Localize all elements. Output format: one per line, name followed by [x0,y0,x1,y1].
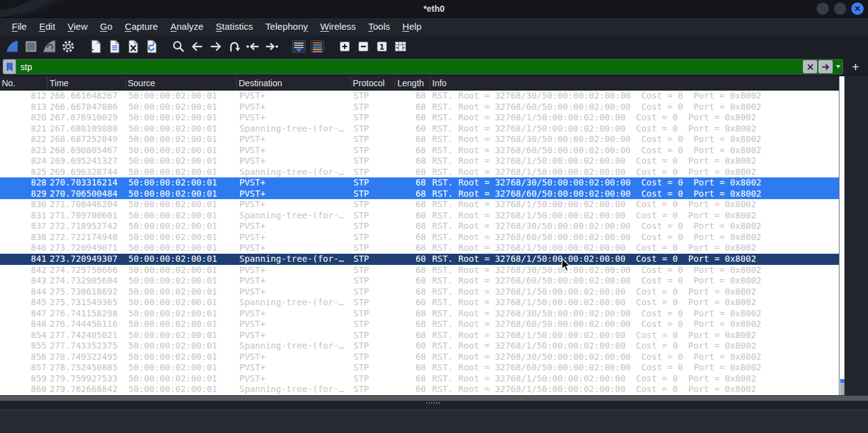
packet-row-825[interactable]: 825269.69632874450:00:00:02:00:01Spannin… [0,167,839,178]
column-header-info[interactable]: Info [430,76,839,90]
capture-start-button[interactable] [3,37,22,56]
menu-item-go[interactable]: Go [94,18,118,36]
file-open-button[interactable] [86,37,105,56]
packet-row-820[interactable]: 820267.67691002950:00:00:02:00:01PVST+ST… [0,112,839,123]
menu-item-telephony[interactable]: Telephony [259,18,314,36]
clear-filter-button[interactable] [803,60,817,73]
scrollbar-thumb[interactable] [840,383,844,395]
display-filter-input[interactable] [16,60,802,74]
packet-row-838[interactable]: 838272.72217494850:00:00:02:00:01PVST+ST… [0,232,839,243]
menu-item-analyze[interactable]: Analyze [164,18,210,36]
auto-scroll-button[interactable] [290,37,308,56]
packet-row-860[interactable]: 860279.76266884250:00:00:02:00:01Spannin… [0,384,839,395]
packet-row-823[interactable]: 823268.69080546750:00:00:02:00:01PVST+ST… [0,145,839,156]
display-filter-field[interactable] [2,59,843,74]
cell-time: 266.667847086 [48,102,126,113]
add-filter-button[interactable]: + [847,58,864,76]
packet-row-845[interactable]: 845275.73154936550:00:00:02:00:01Spannin… [0,297,839,308]
packet-row-813[interactable]: 813266.66784708650:00:00:02:00:01PVST+ST… [0,102,839,113]
capture-options-button[interactable] [59,37,78,56]
menu-item-help[interactable]: Help [396,18,428,36]
resize-columns-button[interactable] [391,37,410,56]
packet-row-848[interactable]: 848276.74445611650:00:00:02:00:01PVST+ST… [0,319,839,330]
packet-row-856[interactable]: 856278.74932249550:00:00:02:00:01PVST+ST… [0,352,839,363]
pane-splitter[interactable] [0,395,868,401]
packet-row-844[interactable]: 844275.73061869250:00:00:02:00:01PVST+ST… [0,287,839,298]
go-last-button[interactable] [262,37,281,56]
splitter-drag-handle-icon[interactable] [427,402,441,404]
capture-stop-button[interactable] [22,37,40,56]
colorize-button[interactable] [308,37,327,56]
menu-item-wireless[interactable]: Wireless [314,18,363,36]
column-header-time[interactable]: Time [48,76,126,90]
menu-item-file[interactable]: File [6,18,33,36]
cell-no: 845 [0,297,48,308]
go-back-button[interactable] [188,37,206,56]
packet-row-843[interactable]: 843274.73298568450:00:00:02:00:01PVST+ST… [0,275,839,287]
filter-dropdown-button[interactable] [833,60,843,74]
cell-destination: PVST+ [237,308,351,319]
cell-info: RST. Root = 32768/60/50:00:00:02:00:00 C… [430,145,839,156]
file-close-button[interactable] [123,37,142,56]
packet-row-822[interactable]: 822268.68725204950:00:00:02:00:01PVST+ST… [0,134,839,145]
cell-no: 847 [0,308,48,319]
packet-row-821[interactable]: 821267.68010988850:00:00:02:00:01Spannin… [0,123,839,135]
packet-row-828[interactable]: 828270.70331621450:00:00:02:00:01PVST+ST… [0,177,839,189]
packet-row-855[interactable]: 855277.74335237550:00:00:02:00:01Spannin… [0,341,839,352]
zoom-in-button[interactable] [335,37,354,56]
find-packet-button[interactable] [169,37,188,56]
packet-row-829[interactable]: 829270.70650048450:00:00:02:00:01PVST+ST… [0,189,839,200]
go-forward-button[interactable] [206,37,225,56]
packet-row-812[interactable]: 812266.66164826750:00:00:02:00:01PVST+ST… [0,91,839,102]
cell-info: RST. Root = 32768/30/50:00:00:02:00:00 C… [430,177,839,189]
packet-row-842[interactable]: 842274.72975066650:00:00:02:00:01PVST+ST… [0,265,839,276]
packet-row-857[interactable]: 857278.75245088550:00:00:02:00:01PVST+ST… [0,362,839,373]
column-header-destination[interactable]: Destination [237,76,351,90]
collapsed-detail-pane [0,409,868,433]
packet-row-830[interactable]: 830271.70844620450:00:00:02:00:01PVST+ST… [0,199,839,210]
go-to-packet-button[interactable] [225,37,244,56]
column-header-source[interactable]: Source [126,76,237,90]
window-title: *eth0 [0,0,868,17]
cell-no: 844 [0,287,48,298]
packet-row-831[interactable]: 831271.70970060150:00:00:02:00:01Spannin… [0,210,839,221]
menu-item-capture[interactable]: Capture [118,18,164,36]
go-first-button[interactable] [244,37,262,56]
maximize-button[interactable] [834,2,846,15]
close-button[interactable]: ✕ [851,2,864,15]
packet-row-824[interactable]: 824269.69524132750:00:00:02:00:01PVST+ST… [0,156,839,167]
cell-destination: PVST+ [237,275,351,287]
menu-item-view[interactable]: View [61,18,94,36]
menu-item-tools[interactable]: Tools [362,18,396,36]
capture-restart-button[interactable] [40,37,59,56]
packet-row-841[interactable]: 841273.72094930750:00:00:02:00:01Spannin… [0,254,839,265]
zoom-out-button[interactable] [354,37,373,56]
cell-info: RST. Root = 32768/1/50:00:00:02:00:00 Co… [430,384,839,395]
vertical-scrollbar[interactable] [839,76,844,395]
cell-no: 840 [0,243,48,254]
menu-item-statistics[interactable]: Statistics [210,18,259,36]
cell-time: 268.687252049 [48,134,126,145]
apply-filter-button[interactable] [818,60,833,73]
packet-row-840[interactable]: 840273.72094907150:00:00:02:00:01PVST+ST… [0,243,839,254]
packet-row-847[interactable]: 847276.74115829850:00:00:02:00:01PVST+ST… [0,308,839,319]
cell-source: 50:00:00:02:00:01 [126,384,237,395]
packet-row-854[interactable]: 854277.74240502150:00:00:02:00:01PVST+ST… [0,330,839,341]
minimize-button[interactable] [817,2,829,15]
cell-protocol: STP [351,308,395,319]
packet-row-837[interactable]: 837272.71895274250:00:00:02:00:01PVST+ST… [0,221,839,232]
menu-item-edit[interactable]: Edit [33,18,61,36]
cell-protocol: STP [351,102,395,113]
column-header-protocol[interactable]: Protocol [351,76,395,90]
cell-info: RST. Root = 32768/1/50:00:00:02:00:00 Co… [430,341,839,352]
file-reload-button[interactable] [142,37,161,56]
filter-bookmark-button[interactable] [3,60,16,74]
packet-row-859[interactable]: 859279.75992753350:00:00:02:00:01PVST+ST… [0,373,839,385]
zoom-100-button[interactable]: 1 [373,37,391,56]
column-header-length[interactable]: Length [395,76,430,90]
column-header-no[interactable]: No. [0,76,48,90]
cell-info: RST. Root = 32768/1/50:00:00:02:00:00 Co… [430,167,839,178]
cell-protocol: STP [351,189,395,200]
cell-time: 274.729750666 [48,265,126,276]
file-save-button[interactable] [105,37,123,56]
